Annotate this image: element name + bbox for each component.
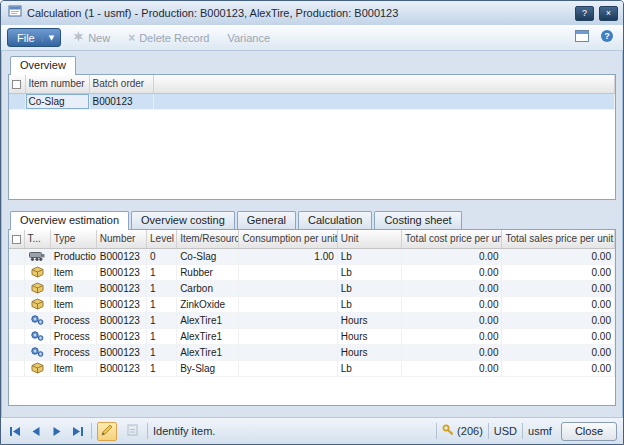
row-selector[interactable]: [9, 360, 24, 376]
overview-row[interactable]: Co-Slag B000123: [9, 93, 615, 109]
cell-level[interactable]: 1: [147, 296, 177, 312]
cell-consumption[interactable]: [239, 280, 337, 296]
window-layout-button[interactable]: [572, 29, 592, 47]
cell-unit[interactable]: Lb: [337, 248, 401, 264]
select-all-header[interactable]: [9, 230, 24, 248]
cell-total-cost[interactable]: 0.00: [402, 344, 502, 360]
cell-unit[interactable]: Lb: [337, 264, 401, 280]
close-button[interactable]: Close: [561, 422, 617, 441]
cell-consumption[interactable]: [239, 296, 337, 312]
cell-level[interactable]: 1: [147, 312, 177, 328]
previous-record-button[interactable]: [28, 423, 44, 439]
cell-unit[interactable]: Lb: [337, 280, 401, 296]
cell-item-resource[interactable]: AlexTire1: [177, 344, 239, 360]
column-header-level[interactable]: Level: [147, 230, 177, 248]
cell-total-cost[interactable]: 0.00: [402, 280, 502, 296]
cell-type[interactable]: Item: [50, 264, 96, 280]
cell-type[interactable]: Item: [50, 280, 96, 296]
tab-overview-estimation[interactable]: Overview estimation: [10, 211, 129, 230]
cell-number[interactable]: B000123: [96, 280, 146, 296]
edit-record-button[interactable]: [97, 422, 117, 441]
cell-consumption[interactable]: [239, 360, 337, 376]
last-record-button[interactable]: [70, 423, 86, 439]
cell-total-cost[interactable]: 0.00: [402, 264, 502, 280]
cell-type[interactable]: Item: [50, 360, 96, 376]
cell-type[interactable]: Process: [50, 312, 96, 328]
next-record-button[interactable]: [49, 423, 65, 439]
cell-level[interactable]: 1: [147, 280, 177, 296]
tab-calculation[interactable]: Calculation: [298, 211, 372, 229]
column-header-consumption[interactable]: Consumption per unit: [239, 230, 337, 248]
cell-number[interactable]: B000123: [96, 264, 146, 280]
row-selector[interactable]: [9, 328, 24, 344]
column-header-unit[interactable]: Unit: [337, 230, 401, 248]
cell-type[interactable]: Production: [50, 248, 96, 264]
tab-costing-sheet[interactable]: Costing sheet: [374, 211, 461, 229]
estimation-row[interactable]: ProductionB0001230Co-Slag1.00Lb0.000.00: [9, 248, 615, 264]
column-header-type-icon[interactable]: T...: [24, 230, 50, 248]
titlebar-close-button[interactable]: ×: [599, 6, 618, 21]
cell-level[interactable]: 1: [147, 344, 177, 360]
cell-item-resource[interactable]: AlexTire1: [177, 328, 239, 344]
cell-consumption[interactable]: [239, 312, 337, 328]
cell-total-sales[interactable]: 0.00: [502, 280, 615, 296]
column-header-total-cost[interactable]: Total cost price per unit: [402, 230, 502, 248]
cell-consumption[interactable]: [239, 328, 337, 344]
alerts-indicator[interactable]: (206): [442, 424, 483, 438]
select-all-header[interactable]: [9, 75, 25, 93]
cell-number[interactable]: B000123: [96, 328, 146, 344]
row-selector[interactable]: [9, 280, 24, 296]
column-header-item-number[interactable]: Item number: [25, 75, 89, 93]
tab-overview-costing[interactable]: Overview costing: [131, 211, 235, 229]
variance-button[interactable]: Variance: [221, 28, 276, 48]
estimation-row[interactable]: ProcessB0001231AlexTire1Hours0.000.00: [9, 344, 615, 360]
cell-unit[interactable]: Lb: [337, 296, 401, 312]
file-menu-button[interactable]: File ▼: [7, 28, 61, 47]
cell-total-sales[interactable]: 0.00: [502, 248, 615, 264]
column-header-total-sales[interactable]: Total sales price per unit: [502, 230, 615, 248]
help-button[interactable]: ?: [597, 29, 617, 47]
column-header-item-resource[interactable]: Item/Resource: [177, 230, 239, 248]
checkbox-icon[interactable]: [12, 235, 21, 244]
column-header-type[interactable]: Type: [50, 230, 96, 248]
row-selector[interactable]: [9, 93, 25, 109]
cell-item-resource[interactable]: Rubber: [177, 264, 239, 280]
estimation-row[interactable]: ProcessB0001231AlexTire1Hours0.000.00: [9, 312, 615, 328]
column-header-batch-order[interactable]: Batch order: [89, 75, 153, 93]
cell-total-sales[interactable]: 0.00: [502, 312, 615, 328]
cell-item-resource[interactable]: Co-Slag: [177, 248, 239, 264]
cell-total-cost[interactable]: 0.00: [402, 360, 502, 376]
currency-label[interactable]: USD: [494, 425, 517, 437]
document-handling-button[interactable]: [122, 422, 142, 441]
tab-overview[interactable]: Overview: [10, 56, 76, 75]
cell-item-resource[interactable]: Carbon: [177, 280, 239, 296]
tab-general[interactable]: General: [237, 211, 296, 229]
cell-total-sales[interactable]: 0.00: [502, 328, 615, 344]
cell-unit[interactable]: Hours: [337, 328, 401, 344]
titlebar-help-button[interactable]: ?: [575, 6, 594, 21]
cell-batch-order[interactable]: B000123: [89, 93, 153, 109]
row-selector[interactable]: [9, 296, 24, 312]
cell-total-sales[interactable]: 0.00: [502, 360, 615, 376]
estimation-row[interactable]: ItemB0001231RubberLb0.000.00: [9, 264, 615, 280]
cell-number[interactable]: B000123: [96, 312, 146, 328]
new-button[interactable]: New: [67, 28, 116, 48]
cell-consumption[interactable]: 1.00: [239, 248, 337, 264]
cell-total-sales[interactable]: 0.00: [502, 344, 615, 360]
estimation-row[interactable]: ItemB0001231CarbonLb0.000.00: [9, 280, 615, 296]
company-label[interactable]: usmf: [528, 425, 552, 437]
cell-number[interactable]: B000123: [96, 248, 146, 264]
cell-item-resource[interactable]: AlexTire1: [177, 312, 239, 328]
cell-number[interactable]: B000123: [96, 344, 146, 360]
cell-unit[interactable]: Lb: [337, 360, 401, 376]
row-selector[interactable]: [9, 344, 24, 360]
cell-total-cost[interactable]: 0.00: [402, 328, 502, 344]
cell-number[interactable]: B000123: [96, 360, 146, 376]
cell-type[interactable]: Process: [50, 344, 96, 360]
delete-record-button[interactable]: × Delete Record: [122, 28, 215, 48]
checkbox-icon[interactable]: [12, 80, 21, 89]
cell-level[interactable]: 0: [147, 248, 177, 264]
estimation-row[interactable]: ProcessB0001231AlexTire1Hours0.000.00: [9, 328, 615, 344]
cell-total-cost[interactable]: 0.00: [402, 312, 502, 328]
first-record-button[interactable]: [7, 423, 23, 439]
